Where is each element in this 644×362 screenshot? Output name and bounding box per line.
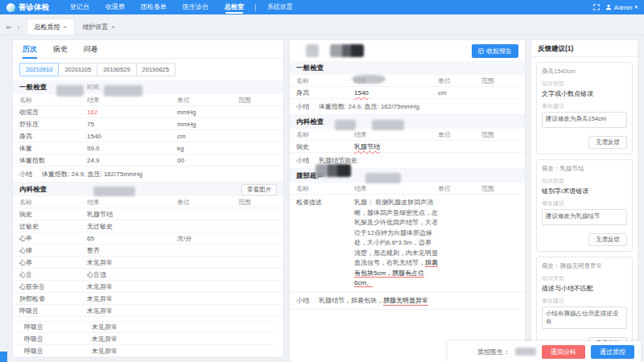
table-row: 病史 乳腺节结 [13, 208, 283, 220]
section-abdominal-ultrasound: 腹部超声 [290, 169, 525, 183]
close-icon[interactable]: × [64, 23, 68, 31]
qc-doctor-label: 质控医生： [477, 348, 510, 356]
section-general-exam: 一般检查 时间: [13, 80, 283, 94]
cell-name: 收缩压 [13, 108, 87, 117]
top-nav: 善诊体检 登记台 收退费 团检备单 医生诊台 总检室 系统设置 Admin ▾ [0, 0, 644, 14]
description-text: 乳腺： 双侧乳腺皮肤回声清晰，腺体回声呈细密光点，左乳探及少许低回声结节，大者位… [354, 199, 438, 266]
error-type-label: 错误类型 [542, 274, 627, 282]
cell-name: 身高 [290, 88, 354, 97]
redacted-blob [372, 120, 404, 130]
scroll-left-icon[interactable]: ‹ [18, 23, 20, 31]
fullscreen-icon[interactable] [593, 4, 600, 10]
view-image-button[interactable]: 查看图片 [242, 184, 277, 195]
suggestion-label: 修改建议 [542, 102, 627, 110]
suggestion-input[interactable]: 建议修改为乳腺结节 [542, 209, 627, 225]
cell-result: 未见异常 [92, 335, 182, 343]
col-name: 名称 [290, 184, 354, 193]
dismiss-feedback-button[interactable]: 无需反馈 [588, 136, 627, 149]
user-menu[interactable]: Admin ▾ [605, 4, 638, 11]
tab-qc-control[interactable]: 总检质控 × [27, 19, 76, 35]
col-unit: 单位 [177, 198, 238, 207]
scroll-to-start-icon[interactable]: ⇤ [6, 23, 13, 31]
cell-unit: cm [438, 89, 481, 97]
redacted-blob [306, 44, 319, 57]
cell-unit: mmHg [177, 109, 238, 116]
tab-previous-visits[interactable]: 历次 [23, 40, 37, 59]
nav-item-fees[interactable]: 收退费 [97, 0, 133, 14]
cell-name: 呼吸音 [18, 335, 92, 343]
suggestion-input[interactable]: 建议修改为身高154cm [542, 112, 627, 128]
nav-divider [255, 4, 256, 11]
cell-name: 体重指数 [13, 156, 87, 165]
col-unit: 单位 [438, 76, 481, 85]
cell-name: 心音 [13, 270, 87, 279]
col-result: 结果 [354, 130, 438, 139]
summary-label: 小结 [296, 296, 309, 305]
cell-result: 未见异常 [87, 258, 177, 267]
table-row: 心脏杂音 未见异常 [13, 281, 283, 293]
cell-result-flagged: 1540 [354, 89, 369, 97]
table-row: 过敏史 无过敏史 [13, 220, 283, 232]
table-row: 体重指数 24.9 00 [13, 154, 283, 167]
table-row: 呼吸音 未见异常 [18, 333, 275, 345]
cell-name: 呼吸音 [18, 347, 92, 356]
error-type-label: 错误类型 [542, 177, 627, 185]
summary-flagged-text: 胰腺无明显异常 [383, 296, 428, 306]
nav-item-group-exam[interactable]: 团检备单 [133, 0, 175, 14]
section-internal-exam: 内科检查 [290, 115, 525, 129]
dismiss-feedback-button[interactable]: 无需反馈 [588, 233, 627, 246]
summary-text: 体重指数: 24.9, 血压: 162/75mmHg [319, 102, 419, 111]
col-unit: 单位 [438, 130, 481, 139]
redacted-blob [335, 120, 356, 130]
table-row: 身高 1540 cm [290, 87, 525, 99]
app-title: 善诊体检 [19, 2, 49, 13]
history-tabs: 历次 病史 问卷 [13, 40, 283, 59]
cell-unit: 次/分 [177, 234, 238, 243]
date-pill[interactable]: 20210910 [19, 63, 59, 76]
table-header-row: 名称 结果 单位 范围 [13, 196, 283, 208]
table-row: 心率 65 次/分 [13, 232, 283, 245]
table-row: 呼吸音 未见异常 [18, 321, 275, 333]
date-pill[interactable]: 20190625 [136, 63, 175, 76]
feedback-panel: 反馈建议(1) 身高1540cm 错误类型 文字或小数点错误 修改建议 建议修改… [531, 40, 638, 362]
tab-questionnaire[interactable]: 问卷 [84, 40, 98, 59]
collapse-report-button[interactable]: 收起报告 [472, 44, 518, 58]
table-row: 心界 未见异常 [13, 257, 283, 269]
return-to-department-button[interactable]: 退回分科 [542, 345, 585, 359]
table-header-row: 名称 结果 单位 范围 [290, 75, 525, 87]
pass-qc-button[interactable]: 通过质控 [591, 345, 634, 359]
section-title: 内科检查 [19, 185, 47, 195]
col-name: 名称 [13, 96, 87, 105]
nav-item-system-settings[interactable]: 系统设置 [259, 0, 301, 14]
table-row: 呼吸音 未见异常 [13, 305, 283, 317]
cell-result: 未见异常 [92, 347, 182, 356]
error-type-value: 描述与小结不匹配 [542, 284, 627, 293]
col-name: 名称 [290, 76, 354, 85]
table-row: 心律 整齐 [13, 245, 283, 257]
summary-row: 小结 乳腺结节，胆囊包块， 胰腺无明显异常 [290, 293, 525, 310]
tab-maintenance-settings[interactable]: 维护设置 × [75, 19, 122, 35]
table-row: 肺部检查 未见异常 [13, 293, 283, 305]
close-icon[interactable]: × [111, 23, 115, 31]
date-pill[interactable]: 20190529 [97, 63, 136, 76]
error-type-value: 文字或小数点错误 [542, 89, 627, 98]
nav-item-doctor-station[interactable]: 医生诊台 [175, 0, 217, 14]
cell-result: 75 [87, 121, 177, 128]
visit-date-group: 20210910 20201105 20190529 20190625 [13, 59, 283, 80]
cell-name: 舒张压 [13, 120, 87, 129]
col-name: 名称 [290, 130, 354, 139]
nav-item-general-exam-room[interactable]: 总检室 [217, 0, 252, 14]
tab-label: 维护设置 [82, 23, 108, 31]
date-pill[interactable]: 20201105 [58, 63, 97, 76]
tab-label: 总检质控 [35, 23, 60, 31]
nav-item-registration[interactable]: 登记台 [62, 0, 97, 14]
tab-medical-history[interactable]: 病史 [53, 40, 68, 59]
feedback-target: 病史：胰腺无明显异常 [542, 262, 627, 270]
redacted-blob [515, 348, 536, 356]
col-unit: 单位 [438, 184, 481, 193]
cell-result: 无过敏史 [87, 222, 177, 231]
col-range: 范围 [238, 96, 283, 105]
suggestion-input[interactable]: 小结有胰腺占位但是描述没有 [542, 306, 627, 329]
cell-name: 肺部检查 [13, 294, 87, 303]
suggestion-label: 修改建议 [542, 200, 627, 208]
